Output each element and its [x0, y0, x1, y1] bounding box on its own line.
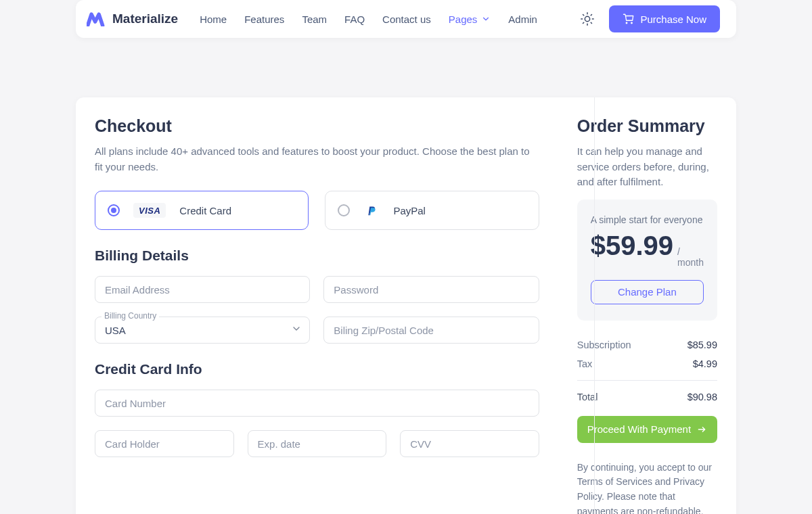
sun-icon [580, 11, 595, 26]
card-cvv-field[interactable] [400, 430, 539, 457]
svg-line-5 [583, 14, 584, 15]
purchase-button[interactable]: Purchase Now [609, 5, 720, 32]
order-summary: Order Summary It can help you manage and… [558, 97, 736, 514]
checkout-title: Checkout [95, 116, 539, 136]
paypal-logo-icon [363, 203, 380, 218]
svg-line-6 [591, 22, 592, 23]
nav-link-pages[interactable]: Pages [449, 14, 491, 25]
total-value: $90.98 [687, 392, 717, 402]
radio-icon [338, 204, 350, 216]
tax-label: Tax [577, 358, 593, 369]
subscription-label: Subscription [577, 340, 631, 350]
card-number-field[interactable] [95, 390, 539, 417]
theme-toggle[interactable] [575, 7, 600, 31]
checkout-form: Checkout All plans include 40+ advanced … [76, 97, 558, 514]
brand[interactable]: Materialize [87, 11, 178, 26]
nav-link-features[interactable]: Features [244, 14, 284, 25]
plan-period: / month [677, 246, 704, 268]
arrow-right-icon [696, 424, 707, 435]
radio-icon [108, 204, 120, 216]
navbar: Materialize Home Features Team FAQ Conta… [76, 0, 736, 38]
payment-method-group: VISA Credit Card PayPal [95, 191, 539, 230]
summary-title: Order Summary [577, 116, 717, 136]
svg-point-0 [585, 16, 590, 21]
password-field[interactable] [323, 276, 539, 303]
zip-field[interactable] [323, 317, 539, 344]
nav-link-contact[interactable]: Contact us [382, 14, 431, 25]
purchase-button-label: Purchase Now [640, 14, 706, 25]
card-holder-field[interactable] [95, 430, 234, 457]
chevron-down-icon [481, 14, 491, 24]
visa-logo-icon: VISA [133, 203, 166, 218]
proceed-button-label: Proceed With Payment [587, 423, 691, 435]
nav-links: Home Features Team FAQ Contact us Pages … [200, 14, 566, 25]
summary-subtitle: It can help you manage and service order… [577, 144, 717, 190]
summary-divider [577, 380, 717, 381]
country-select[interactable] [95, 317, 310, 344]
subscription-value: $85.99 [687, 340, 717, 350]
proceed-button[interactable]: Proceed With Payment [577, 416, 717, 443]
plan-box: A simple start for everyone $59.99 / mon… [577, 200, 717, 321]
card-section-title: Credit Card Info [95, 361, 539, 377]
nav-link-admin[interactable]: Admin [508, 14, 537, 25]
email-field[interactable] [95, 276, 310, 303]
payment-method-credit-card[interactable]: VISA Credit Card [95, 191, 309, 230]
tax-value: $4.99 [693, 358, 717, 369]
legal-text: By continuing, you accept to our Terms o… [577, 461, 717, 515]
nav-link-home[interactable]: Home [200, 14, 227, 25]
change-plan-button[interactable]: Change Plan [591, 280, 704, 304]
country-label: Billing Country [102, 311, 159, 321]
brand-name: Materialize [112, 11, 178, 26]
plan-tagline: A simple start for everyone [591, 214, 704, 225]
payment-method-paypal[interactable]: PayPal [325, 191, 539, 230]
brand-logo-icon [87, 11, 106, 26]
nav-link-faq[interactable]: FAQ [344, 14, 365, 25]
nav-link-label: Pages [449, 14, 478, 25]
card-exp-field[interactable] [248, 430, 387, 457]
payment-method-label: Credit Card [179, 205, 231, 216]
svg-line-8 [591, 14, 592, 15]
checkout-subtitle: All plans include 40+ advanced tools and… [95, 144, 539, 174]
plan-price: $59.99 [591, 231, 673, 261]
payment-method-label: PayPal [393, 205, 426, 216]
checkout-card: Checkout All plans include 40+ advanced … [76, 97, 736, 514]
cart-icon [623, 13, 635, 25]
billing-section-title: Billing Details [95, 248, 539, 264]
svg-line-7 [583, 22, 584, 23]
nav-link-team[interactable]: Team [302, 14, 327, 25]
total-label: Total [577, 392, 598, 402]
